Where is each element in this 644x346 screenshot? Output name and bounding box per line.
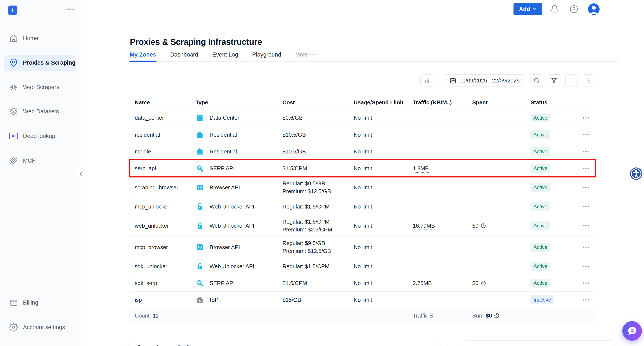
cost-line: Regular: $9.5/GB [282, 180, 354, 188]
traffic-value[interactable]: 1.3MB [413, 165, 429, 172]
sidebar-item-home[interactable]: Home [0, 30, 81, 46]
status-badge: Active [530, 114, 550, 122]
sidebar-item-mcp[interactable]: MCP [0, 152, 81, 169]
tab-more[interactable]: More [295, 48, 316, 61]
zone-status: Active [530, 164, 577, 173]
ai-badge-text: AI [12, 134, 16, 138]
tab-dashboard[interactable]: Dashboard [170, 48, 199, 61]
question-circle-icon[interactable] [480, 223, 486, 228]
zone-cost: $1.5/CPM [282, 279, 354, 287]
help-icon[interactable] [570, 5, 578, 14]
zone-spent: $0 [472, 280, 530, 286]
date-range-value: 01/09/2025 - 22/09/2025 [460, 77, 520, 84]
row-menu-icon[interactable] [577, 266, 595, 267]
sidebar-item-account-settings[interactable]: Account settings [0, 319, 81, 335]
notifications-bell-icon[interactable] [550, 5, 559, 14]
traffic-value[interactable]: 16.79MB [413, 222, 435, 230]
col-header-spent: Spent [472, 99, 530, 106]
sidebar-item-label: Web Scrapers [23, 84, 59, 90]
zone-type-label: SERP API [210, 280, 235, 286]
zone-status: Active [530, 279, 577, 288]
zone-usage-limit: No limit [354, 263, 413, 270]
zone-status: Active [530, 221, 577, 230]
search-button[interactable] [530, 74, 543, 87]
chart-view-button[interactable] [420, 74, 434, 87]
serp-api-icon [196, 279, 204, 287]
chat-widget-button[interactable] [622, 321, 642, 341]
zone-cost: $1.5/CPM [282, 164, 354, 172]
table-header-row: Name Type Cost Usage/Spend Limit Traffic… [130, 96, 595, 110]
table-row[interactable]: sdk_serpSERP API$1.5/CPMNo limit2.75MB$0… [130, 274, 595, 292]
table-row[interactable]: sdk_unlockerWeb Unlocker APIRegular: $1.… [130, 258, 595, 274]
card-heading: Scraping solutions [137, 344, 432, 346]
row-menu-icon[interactable] [577, 117, 595, 118]
page-title: Proxies & Scraping Infrastructure [130, 37, 262, 47]
sidebar-item-deep-lookup[interactable]: AI Deep lookup [0, 128, 81, 144]
cost-line: Regular: $1.5/CPM [282, 203, 354, 210]
status-badge: Active [530, 164, 550, 173]
count-value: 11 [152, 312, 158, 319]
row-menu-icon[interactable] [577, 246, 595, 248]
server-icon [196, 114, 204, 122]
row-menu-icon[interactable] [577, 225, 595, 226]
accessibility-widget-button[interactable] [630, 168, 642, 180]
zone-cost: Regular: $1.5/CPM [282, 203, 354, 210]
table-row[interactable]: isp$ISP$15/GBNo limitInactive [130, 292, 595, 308]
row-menu-icon[interactable] [577, 282, 595, 284]
question-circle-icon[interactable] [494, 313, 500, 318]
sidebar-item-web-datasets[interactable]: Web Datasets [0, 103, 81, 120]
table-row[interactable]: mobileResidential$10.5/GBNo limitActive [130, 143, 595, 160]
zone-usage-limit: No limit [354, 148, 413, 155]
tab-event-log[interactable]: Event Log [212, 48, 239, 61]
chevron-left-icon [78, 171, 84, 177]
count-label: Count: [135, 312, 151, 319]
status-badge: Active [530, 202, 550, 211]
row-menu-icon[interactable] [577, 187, 595, 188]
tab-playground[interactable]: Playground [252, 48, 282, 61]
row-menu-icon[interactable] [577, 299, 595, 300]
cost-line: $15/GB [282, 296, 354, 304]
table-row[interactable]: mcp_unlockerWeb Unlocker APIRegular: $1.… [130, 198, 595, 215]
house-icon [196, 147, 204, 156]
zone-type-label: Data Center [210, 114, 239, 121]
more-options-button[interactable] [583, 74, 595, 87]
table-row[interactable]: residentialResidential$10.5/GBNo limitAc… [130, 126, 595, 143]
add-button[interactable]: Add [514, 3, 542, 15]
row-menu-icon[interactable] [577, 151, 595, 152]
columns-button[interactable] [565, 74, 578, 87]
cost-line: $0.6/GB [282, 114, 354, 122]
zone-type: $ISP [196, 296, 282, 304]
zone-type: Web Unlocker API [196, 262, 282, 270]
sidebar-item-billing[interactable]: Billing [0, 294, 81, 311]
brand-logo[interactable]: i [8, 6, 18, 15]
sidebar-item-web-scrapers[interactable]: Web Scrapers [0, 79, 81, 95]
sidebar-collapse-button[interactable] [75, 168, 87, 180]
table-row[interactable]: scraping_browserBrowser APIRegular: $9.5… [130, 176, 595, 198]
row-menu-icon[interactable] [577, 134, 595, 136]
user-avatar[interactable] [588, 4, 600, 15]
calendar-icon [449, 77, 456, 84]
zone-name: scraping_browser [135, 184, 196, 191]
date-range-button[interactable]: 01/09/2025 - 22/09/2025 [444, 74, 526, 87]
table-body: data_centerData Center$0.6/GBNo limitAct… [130, 110, 595, 308]
row-menu-icon[interactable] [577, 206, 595, 207]
col-header-name: Name [135, 99, 196, 106]
chat-bubble-icon [626, 326, 638, 336]
zone-type: Web Unlocker API [196, 222, 282, 230]
table-row[interactable]: data_centerData Center$0.6/GBNo limitAct… [130, 110, 595, 126]
row-menu-icon[interactable] [577, 168, 595, 169]
table-row[interactable]: mcp_browserBrowser APIRegular: $9.5/GBPr… [130, 236, 595, 258]
tab-my-zones[interactable]: My Zones [129, 48, 157, 61]
filter-button[interactable] [548, 74, 560, 87]
sidebar-item-label: Deep lookup [23, 133, 55, 140]
table-row[interactable]: serp_apiSERP API$1.5/CPMNo limit1.3MBAct… [130, 160, 595, 176]
sidebar-item-label: Home [23, 35, 38, 42]
sidebar-item-label: MCP [23, 158, 36, 164]
question-circle-icon[interactable] [480, 280, 486, 286]
table-row[interactable]: web_unlockerWeb Unlocker APIRegular: $1.… [130, 215, 595, 236]
zone-traffic: 16.79MB [413, 222, 472, 229]
traffic-value[interactable]: 2.75MB [413, 280, 432, 287]
search-icon [533, 77, 540, 84]
sidebar-item-proxies-scraping[interactable]: Proxies & Scraping [4, 54, 76, 71]
sidebar-more-icon[interactable] [68, 8, 74, 10]
